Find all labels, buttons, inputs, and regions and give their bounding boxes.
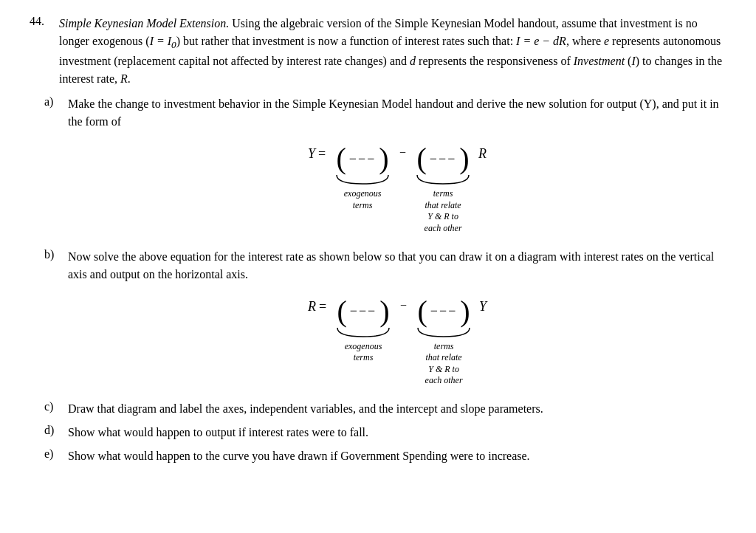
eq-b-label2: terms that relate Y & R to each other xyxy=(425,341,463,387)
eq-a-open-paren1: ( xyxy=(337,144,346,173)
eq-b-label1: exogenous terms xyxy=(345,341,382,364)
eq-b-rhs-var: Y xyxy=(479,297,487,365)
eq-a-lhs: Y = xyxy=(308,144,329,186)
part-b-content: Now solve the above equation for the int… xyxy=(68,248,726,394)
eq-a-label2: terms that relate Y & R to each other xyxy=(425,188,462,234)
eq-a-label1: exogenous terms xyxy=(344,188,382,211)
part-b: b) Now solve the above equation for the … xyxy=(44,248,726,394)
intro-text6: ( xyxy=(625,55,631,67)
eq-a-close-paren1: ) xyxy=(379,144,388,173)
sub-parts-list: a) Make the change to investment behavio… xyxy=(44,95,726,465)
eq-b-dashes1: −−− xyxy=(347,301,379,321)
problem-container: 44. Simple Keynesian Model Extension. Us… xyxy=(30,15,726,465)
intro-text8: . xyxy=(128,72,131,85)
part-c: c) Draw that diagram and label the axes,… xyxy=(44,400,726,418)
part-d: d) Show what would happen to output if i… xyxy=(44,424,726,441)
eq-b-dashes2: −−− xyxy=(427,301,460,321)
part-a-text: Make the change to investment behavior i… xyxy=(68,97,719,128)
intro-text3: , where xyxy=(566,35,604,47)
problem-title-italic: Simple Keynesian Model Extension. xyxy=(59,17,229,30)
eq-a-underbrace2 xyxy=(413,173,472,187)
eq-a-dashes1: −−− xyxy=(346,149,379,169)
eq-a-paren1: ( −−− ) xyxy=(337,144,389,173)
eq-a-lhs-var: Y xyxy=(308,144,315,164)
equation-b-row: R = ( −−− ) xyxy=(308,297,487,387)
intro-text2: ) but rather that investment is now a fu… xyxy=(176,35,516,47)
eq-b-minus: − xyxy=(400,297,407,351)
equation-a-block: Y = ( −−− ) xyxy=(68,144,726,234)
eq-b-close-paren2: ) xyxy=(460,297,470,326)
intro-sub: 0 xyxy=(171,39,176,50)
part-d-text: Show what would happen to output if inte… xyxy=(68,424,726,441)
intro-inv: Investment xyxy=(574,55,625,67)
eq-b-equals: = xyxy=(319,297,326,317)
eq-b-underbrace1 xyxy=(334,326,393,340)
intro-d: d xyxy=(410,55,416,67)
part-b-label: b) xyxy=(44,248,62,261)
eq-a-rhs-var: R xyxy=(478,144,487,212)
eq-b-group2: ( −−− ) terms that relate Y & R to xyxy=(414,297,473,387)
eq-a-group1: ( −−− ) exogenous terms xyxy=(333,144,392,211)
eq-b-open-paren1: ( xyxy=(337,297,346,326)
eq-b-paren2: ( −−− ) xyxy=(418,297,470,326)
part-a: a) Make the change to investment behavio… xyxy=(44,95,726,241)
intro-math2: I = e − dR xyxy=(516,35,566,47)
intro-r: R xyxy=(120,72,128,85)
eq-a-minus: − xyxy=(399,144,406,199)
eq-b-close-paren1: ) xyxy=(379,297,389,326)
part-c-text: Draw that diagram and label the axes, in… xyxy=(68,400,726,418)
eq-a-close-paren2: ) xyxy=(459,144,469,173)
problem-header: 44. Simple Keynesian Model Extension. Us… xyxy=(30,15,726,88)
eq-a-paren2: ( −−− ) xyxy=(417,144,470,173)
eq-a-dashes2: −−− xyxy=(427,149,459,169)
intro-math1: I = I xyxy=(150,35,171,47)
part-a-label: a) xyxy=(44,95,62,109)
eq-b-open-paren2: ( xyxy=(418,297,427,326)
eq-a-open-paren2: ( xyxy=(417,144,427,173)
part-a-content: Make the change to investment behavior i… xyxy=(68,95,726,241)
part-e-label: e) xyxy=(44,447,62,461)
eq-a-underbrace1 xyxy=(333,173,392,187)
part-e-text: Show what would happen to the curve you … xyxy=(68,447,726,465)
eq-a-group2: ( −−− ) terms that relate Y xyxy=(413,144,472,234)
eq-a-equals: = xyxy=(318,144,326,164)
equation-a-row: Y = ( −−− ) xyxy=(308,144,487,234)
part-c-label: c) xyxy=(44,400,62,413)
part-e: e) Show what would happen to the curve y… xyxy=(44,447,726,465)
problem-number-label: 44. xyxy=(30,15,59,88)
equation-b-block: R = ( −−− ) xyxy=(68,297,726,387)
intro-text5: represents the responsiveness of xyxy=(416,55,574,67)
eq-b-group1: ( −−− ) exogenous terms xyxy=(334,297,393,364)
eq-b-lhs: R = xyxy=(308,297,329,339)
eq-b-paren1: ( −−− ) xyxy=(337,297,389,326)
eq-b-underbrace2 xyxy=(414,326,473,340)
part-d-label: d) xyxy=(44,424,62,437)
part-b-text: Now solve the above equation for the int… xyxy=(68,250,714,281)
eq-b-lhs-var: R xyxy=(308,297,316,317)
problem-intro: Simple Keynesian Model Extension. Using … xyxy=(59,15,726,88)
